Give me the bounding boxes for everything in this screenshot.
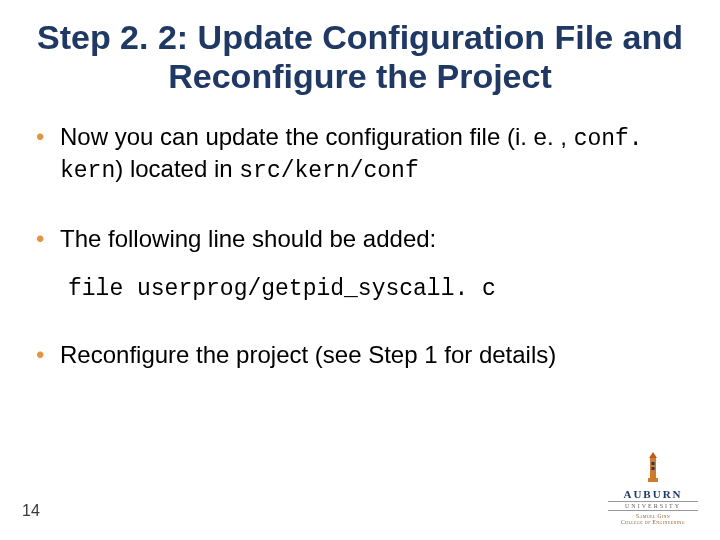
bullet-2: The following line should be added: <box>32 224 688 254</box>
bullet-1: Now you can update the configuration fil… <box>32 122 688 186</box>
bullet-3: Reconfigure the project (see Step 1 for … <box>32 340 688 370</box>
logo-subword: UNIVERSITY <box>608 501 698 511</box>
svg-marker-2 <box>649 452 657 458</box>
slide-title: Step 2. 2: Update Configuration File and… <box>28 18 692 96</box>
logo-college-l2: College of Engineering <box>621 519 685 525</box>
bullet-3-text: Reconfigure the project (see Step 1 for … <box>60 341 556 368</box>
tower-icon <box>642 452 664 482</box>
code-line: file userprog/getpid_syscall. c <box>68 276 692 302</box>
bullet-1-code-b: src/kern/conf <box>239 158 418 184</box>
svg-rect-1 <box>648 478 658 482</box>
bullet-1-text-b: ) located in <box>115 155 239 182</box>
slide: Step 2. 2: Update Configuration File and… <box>0 0 720 540</box>
bullet-2-text: The following line should be added: <box>60 225 436 252</box>
logo-university: AUBURN <box>608 488 698 500</box>
auburn-logo: AUBURN UNIVERSITY Samuel Ginn College of… <box>608 452 698 526</box>
page-number: 14 <box>22 502 40 520</box>
svg-rect-3 <box>652 462 655 465</box>
bullet-1-text-a: Now you can update the configuration fil… <box>60 123 574 150</box>
logo-college-l1: Samuel Ginn <box>636 513 670 519</box>
bullet-list: Now you can update the configuration fil… <box>28 122 692 254</box>
svg-rect-4 <box>652 467 655 470</box>
logo-college: Samuel Ginn College of Engineering <box>608 513 698 526</box>
bullet-list-2: Reconfigure the project (see Step 1 for … <box>28 340 692 370</box>
